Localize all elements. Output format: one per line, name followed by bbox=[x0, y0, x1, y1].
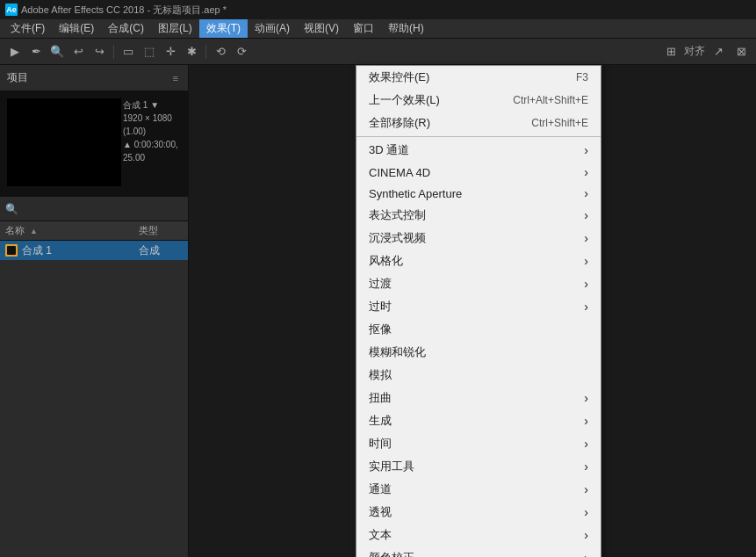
menu-expression-controls[interactable]: 表达式控制 bbox=[356, 204, 601, 227]
panel-menu-icon[interactable]: ≡ bbox=[170, 71, 181, 85]
toolbar-redo[interactable]: ↪ bbox=[90, 42, 109, 61]
menu-text[interactable]: 文本 bbox=[356, 524, 601, 546]
project-panel-title: 项目 bbox=[7, 70, 170, 85]
effects-dropdown-menu: 效果控件(E) F3 上一个效果(L) Ctrl+Alt+Shift+E 全部移… bbox=[356, 65, 601, 557]
project-list-header: 名称 ▲ 类型 bbox=[0, 221, 188, 241]
row-comp-type: 合成 bbox=[139, 243, 183, 258]
menu-synthetic-aperture[interactable]: Synthetic Aperture bbox=[356, 183, 601, 204]
menu-window[interactable]: 窗口 bbox=[346, 19, 381, 38]
col-name-header: 名称 ▲ bbox=[5, 224, 139, 237]
menu-view[interactable]: 视图(V) bbox=[297, 19, 346, 38]
viewer-panel: 🛡 安下宝 anxz.com 效果控件(E) F3 上一个效果(L) Ctrl+… bbox=[189, 65, 756, 557]
project-panel: 项目 ≡ 合成 1 ▼ 1920 × 1080 (1.00) ▲ 0:00:30… bbox=[0, 65, 189, 557]
menu-animation[interactable]: 动画(A) bbox=[248, 19, 297, 38]
toolbar-align[interactable]: ⊞ bbox=[661, 42, 680, 61]
menu-remove-all[interactable]: 全部移除(R) Ctrl+Shift+E bbox=[356, 112, 601, 134]
comp-resolution: 1920 × 1080 (1.00) bbox=[123, 112, 188, 138]
menu-time[interactable]: 时间 bbox=[356, 432, 601, 455]
menu-simulate[interactable]: 模拟 bbox=[356, 364, 601, 387]
menu-channel[interactable]: 通道 bbox=[356, 478, 601, 501]
comp-icon bbox=[5, 244, 18, 257]
toolbar-rotate-cw[interactable]: ⟳ bbox=[232, 42, 251, 61]
comp-duration: ▲ 0:00:30:00, 25.00 bbox=[123, 138, 188, 164]
project-panel-header: 项目 ≡ bbox=[0, 65, 188, 91]
menu-stylize[interactable]: 风格化 bbox=[356, 250, 601, 272]
menu-blur-sharpen[interactable]: 模糊和锐化 bbox=[356, 341, 601, 364]
toolbar-select[interactable]: ▶ bbox=[5, 42, 25, 61]
toolbar: ▶ ✒ 🔍 ↩ ↪ ▭ ⬚ ✛ ✱ ⟲ ⟳ ⊞ 对齐 ↗ ⊠ bbox=[0, 39, 756, 65]
toolbar-plus[interactable]: ✛ bbox=[161, 42, 180, 61]
toolbar-rect[interactable]: ▭ bbox=[119, 42, 138, 61]
menu-distort[interactable]: 扭曲 bbox=[356, 387, 601, 409]
menu-keying[interactable]: 抠像 bbox=[356, 318, 601, 341]
menu-obsolete[interactable]: 过时 bbox=[356, 295, 601, 318]
toolbar-expand[interactable]: ↗ bbox=[709, 42, 728, 61]
menu-3d-channel[interactable]: 3D 通道 bbox=[356, 139, 601, 162]
app-title: Adobe After Effects CC 2018 - 无标题项目.aep … bbox=[21, 4, 227, 17]
search-input[interactable] bbox=[22, 203, 183, 215]
menu-help[interactable]: 帮助(H) bbox=[381, 19, 431, 38]
project-row[interactable]: 合成 1 合成 bbox=[0, 241, 188, 260]
menu-file[interactable]: 文件(F) bbox=[4, 19, 52, 38]
toolbar-separator-2 bbox=[205, 45, 206, 59]
toolbar-shape[interactable]: ⬚ bbox=[140, 42, 159, 61]
toolbar-pen[interactable]: ✒ bbox=[26, 42, 46, 61]
menu-perspective[interactable]: 透视 bbox=[356, 501, 601, 524]
col-type-header: 类型 bbox=[139, 224, 183, 237]
menu-cinema4d[interactable]: CINEMA 4D bbox=[356, 162, 601, 183]
menu-immersive-video[interactable]: 沉浸式视频 bbox=[356, 227, 601, 250]
menu-layer[interactable]: 图层(L) bbox=[151, 19, 199, 38]
ae-logo-icon: Ae bbox=[5, 4, 18, 16]
menu-generate[interactable]: 生成 bbox=[356, 409, 601, 432]
menu-transition[interactable]: 过渡 bbox=[356, 272, 601, 295]
title-bar: Ae Adobe After Effects CC 2018 - 无标题项目.a… bbox=[0, 0, 756, 19]
row-comp-name: 合成 1 bbox=[22, 243, 139, 258]
toolbar-undo[interactable]: ↩ bbox=[68, 42, 88, 61]
menu-effects[interactable]: 效果(T) bbox=[199, 19, 248, 38]
project-file-list: 合成 1 合成 bbox=[0, 241, 188, 557]
menu-edit[interactable]: 编辑(E) bbox=[52, 19, 101, 38]
menu-compose[interactable]: 合成(C) bbox=[101, 19, 151, 38]
toolbar-search[interactable]: 🔍 bbox=[47, 42, 67, 61]
menu-utility[interactable]: 实用工具 bbox=[356, 455, 601, 478]
menu-last-effect[interactable]: 上一个效果(L) Ctrl+Alt+Shift+E bbox=[356, 89, 601, 112]
align-label: 对齐 bbox=[684, 44, 705, 59]
menu-separator-1 bbox=[356, 136, 601, 137]
main-layout: 项目 ≡ 合成 1 ▼ 1920 × 1080 (1.00) ▲ 0:00:30… bbox=[0, 65, 756, 557]
search-icon: 🔍 bbox=[5, 203, 18, 215]
toolbar-grid[interactable]: ⊠ bbox=[731, 42, 751, 61]
sort-name-icon[interactable]: ▲ bbox=[30, 227, 38, 235]
menu-color-correction[interactable]: 颜色校正 bbox=[356, 546, 601, 557]
comp-info: 合成 1 ▼ 1920 × 1080 (1.00) ▲ 0:00:30:00, … bbox=[123, 98, 188, 164]
toolbar-separator-1 bbox=[113, 45, 114, 59]
search-bar: 🔍 bbox=[0, 197, 188, 221]
toolbar-star[interactable]: ✱ bbox=[182, 42, 201, 61]
project-thumbnail: 合成 1 ▼ 1920 × 1080 (1.00) ▲ 0:00:30:00, … bbox=[0, 91, 188, 197]
thumbnail-preview bbox=[7, 98, 121, 186]
menu-bar: 文件(F) 编辑(E) 合成(C) 图层(L) 效果(T) 动画(A) 视图(V… bbox=[0, 19, 756, 39]
toolbar-right-section: ⊞ 对齐 ↗ ⊠ bbox=[661, 42, 751, 61]
comp-name: 合成 1 ▼ bbox=[123, 98, 188, 112]
menu-effect-controls[interactable]: 效果控件(E) F3 bbox=[356, 66, 601, 89]
toolbar-rotate-ccw[interactable]: ⟲ bbox=[211, 42, 230, 61]
